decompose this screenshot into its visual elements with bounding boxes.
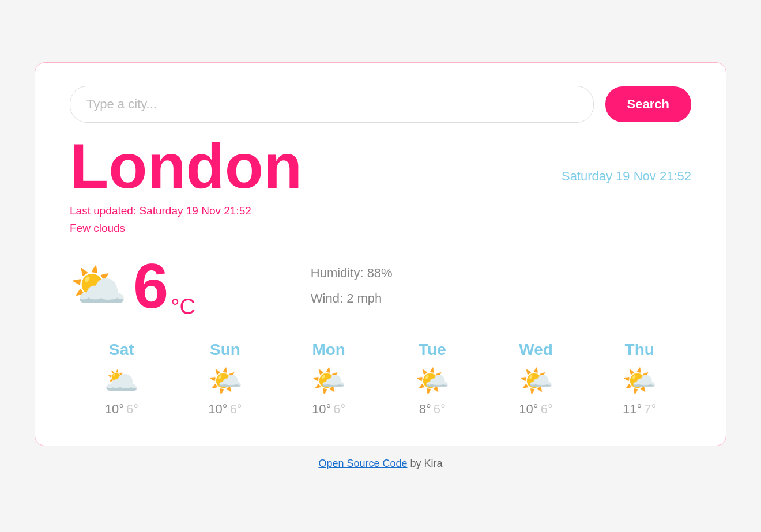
humidity-text: Humidity: 88% (311, 261, 393, 286)
forecast-day-mon: Mon 🌤️ 10°6° (277, 341, 380, 417)
forecast-icon: 🌤️ (311, 367, 346, 395)
forecast-day-name: Sun (210, 341, 240, 359)
footer-by: by Kira (408, 458, 443, 469)
forecast-temps: 11°7° (623, 402, 656, 417)
forecast-icon: 🌤️ (622, 367, 657, 395)
forecast-temps: 10°6° (105, 402, 138, 417)
last-updated: Last updated: Saturday 19 Nov 21:52 Few … (70, 202, 691, 237)
search-row: Search (70, 86, 691, 123)
source-code-link[interactable]: Open Source Code (318, 458, 407, 469)
forecast-icon: 🌥️ (104, 367, 139, 395)
weather-card: Search London Saturday 19 Nov 21:52 Last… (35, 62, 726, 447)
city-row: London Saturday 19 Nov 21:52 (70, 134, 691, 198)
datetime-top: Saturday 19 Nov 21:52 (562, 169, 691, 184)
forecast-icon: 🌤️ (415, 367, 450, 395)
forecast-icon: 🌤️ (208, 367, 243, 395)
city-search-input[interactable] (70, 86, 594, 123)
forecast-day-name: Thu (625, 341, 654, 359)
forecast-day-name: Sat (109, 341, 134, 359)
forecast-day-tue: Tue 🌤️ 8°6° (380, 341, 484, 417)
forecast-temps: 8°6° (419, 402, 446, 417)
forecast-temps: 10°6° (312, 402, 345, 417)
forecast-day-sat: Sat 🌥️ 10°6° (70, 341, 174, 417)
forecast-day-name: Wed (519, 341, 553, 359)
weather-details: Humidity: 88% Wind: 2 mph (311, 261, 393, 311)
last-updated-text: Last updated: Saturday 19 Nov 21:52 (70, 202, 691, 220)
forecast-temps: 10°6° (208, 402, 242, 417)
temp-unit: °C (171, 296, 195, 318)
forecast-day-wed: Wed 🌤️ 10°6° (484, 341, 588, 417)
current-weather-icon: ⛅ (70, 259, 127, 313)
wind-text: Wind: 2 mph (311, 286, 393, 311)
forecast-day-name: Tue (419, 341, 446, 359)
footer: Open Source Code by Kira (318, 458, 442, 470)
current-temperature: 6 (133, 254, 168, 318)
weather-condition: Few clouds (70, 220, 691, 237)
current-weather: ⛅ 6 °C Humidity: 88% Wind: 2 mph (70, 254, 691, 318)
forecast-day-name: Mon (312, 341, 345, 359)
forecast-temps: 10°6° (519, 402, 552, 417)
city-name: London (70, 134, 302, 198)
forecast-day-sun: Sun 🌤️ 10°6° (174, 341, 277, 417)
forecast-row: Sat 🌥️ 10°6° Sun 🌤️ 10°6° Mon 🌤️ 10°6° T… (70, 341, 691, 417)
forecast-day-thu: Thu 🌤️ 11°7° (587, 341, 691, 417)
search-button[interactable]: Search (605, 86, 691, 122)
forecast-icon: 🌤️ (519, 367, 553, 395)
